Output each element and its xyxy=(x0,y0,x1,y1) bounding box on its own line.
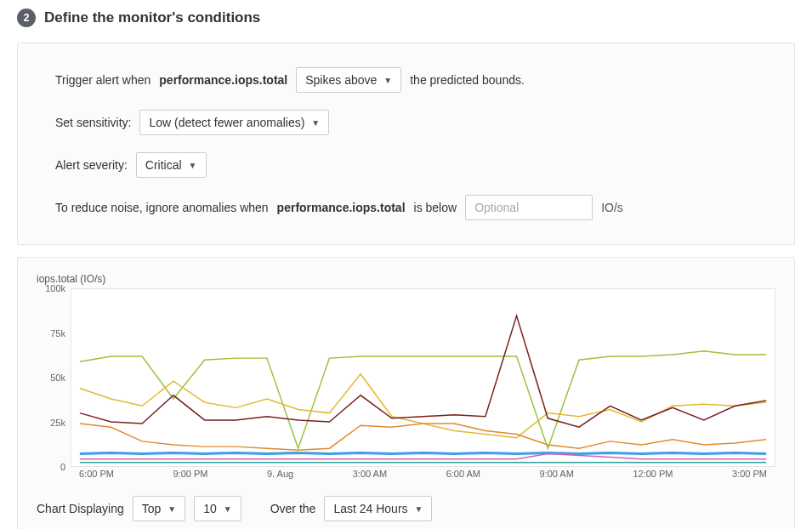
chart-plot-wrap: 6:00 PM9:00 PM9. Aug3:00 AM6:00 AM9:00 A… xyxy=(71,288,775,484)
x-tick-label: 9:00 PM xyxy=(173,469,208,479)
chart-series-orange xyxy=(80,424,766,450)
ignore-threshold-input[interactable] xyxy=(465,195,593,220)
trigger-row: Trigger alert when performance.iops.tota… xyxy=(55,67,757,93)
chart-controls: Chart Displaying Top ▼ 10 ▼ Over the Las… xyxy=(37,496,775,521)
severity-label: Alert severity: xyxy=(55,158,128,172)
sensitivity-row: Set sensitivity: Low (detect fewer anoma… xyxy=(55,110,757,135)
y-tick-label: 100k xyxy=(45,283,65,293)
chart-series-blue-band xyxy=(80,452,766,453)
section-header: 2 Define the monitor's conditions xyxy=(17,9,795,27)
range-select[interactable]: Last 24 Hours ▼ xyxy=(324,496,432,521)
section-title: Define the monitor's conditions xyxy=(44,9,260,26)
chart-panel: iops.total (IO/s) 100k75k50k25k0 6:00 PM… xyxy=(17,257,795,529)
count-select-value: 10 xyxy=(203,502,217,515)
displaying-label: Chart Displaying xyxy=(37,502,124,515)
ignore-prefix: To reduce noise, ignore anomalies when xyxy=(55,201,269,214)
ignore-mid: is below xyxy=(414,201,457,214)
over-label: Over the xyxy=(270,502,316,515)
ignore-row: To reduce noise, ignore anomalies when p… xyxy=(55,195,757,220)
chart-plot[interactable] xyxy=(71,288,775,467)
count-select[interactable]: 10 ▼ xyxy=(194,496,241,521)
caret-down-icon: ▼ xyxy=(311,118,320,128)
top-select-value: Top xyxy=(142,502,162,515)
trigger-metric: performance.iops.total xyxy=(159,73,287,87)
range-select-value: Last 24 Hours xyxy=(333,502,407,515)
caret-down-icon: ▼ xyxy=(224,504,232,514)
chart-series-green-upper xyxy=(80,351,766,448)
y-tick-label: 0 xyxy=(60,462,65,472)
x-tick-label: 3:00 AM xyxy=(353,469,387,479)
sensitivity-label: Set sensitivity: xyxy=(55,116,131,129)
ignore-metric: performance.iops.total xyxy=(277,201,406,214)
chart-title: iops.total (IO/s) xyxy=(37,273,775,285)
ignore-unit: IO/s xyxy=(601,201,623,214)
step-number-badge: 2 xyxy=(17,9,36,27)
top-select[interactable]: Top ▼ xyxy=(133,496,185,521)
direction-select[interactable]: Spikes above ▼ xyxy=(296,67,401,93)
trigger-suffix: the predicted bounds. xyxy=(410,73,525,87)
x-tick-label: 9:00 AM xyxy=(540,469,574,479)
chart-series-yellow xyxy=(80,374,766,438)
x-tick-label: 12:00 PM xyxy=(633,469,673,479)
x-tick-label: 9. Aug xyxy=(267,469,293,479)
severity-select[interactable]: Critical ▼ xyxy=(136,152,207,178)
chart-series-magenta-low xyxy=(80,453,766,458)
x-tick-label: 6:00 AM xyxy=(446,469,480,479)
x-tick-label: 3:00 PM xyxy=(732,469,767,479)
severity-select-value: Critical xyxy=(145,158,182,172)
y-tick-label: 50k xyxy=(50,373,65,383)
trigger-prefix: Trigger alert when xyxy=(55,73,150,87)
x-tick-label: 6:00 PM xyxy=(79,469,114,479)
y-tick-label: 25k xyxy=(50,418,65,428)
caret-down-icon: ▼ xyxy=(415,504,423,514)
chart-svg xyxy=(71,289,775,466)
severity-row: Alert severity: Critical ▼ xyxy=(55,152,757,178)
chart-x-axis: 6:00 PM9:00 PM9. Aug3:00 AM6:00 AM9:00 A… xyxy=(71,469,775,479)
chart-area: 100k75k50k25k0 6:00 PM9:00 PM9. Aug3:00 … xyxy=(37,288,775,484)
chart-y-axis: 100k75k50k25k0 xyxy=(37,288,71,467)
caret-down-icon: ▼ xyxy=(383,76,392,85)
conditions-panel: Trigger alert when performance.iops.tota… xyxy=(17,43,795,245)
caret-down-icon: ▼ xyxy=(168,504,176,514)
caret-down-icon: ▼ xyxy=(189,161,197,170)
sensitivity-select-value: Low (detect fewer anomalies) xyxy=(149,116,304,129)
sensitivity-select[interactable]: Low (detect fewer anomalies) ▼ xyxy=(139,110,329,135)
direction-select-value: Spikes above xyxy=(305,73,377,87)
y-tick-label: 75k xyxy=(50,328,65,338)
